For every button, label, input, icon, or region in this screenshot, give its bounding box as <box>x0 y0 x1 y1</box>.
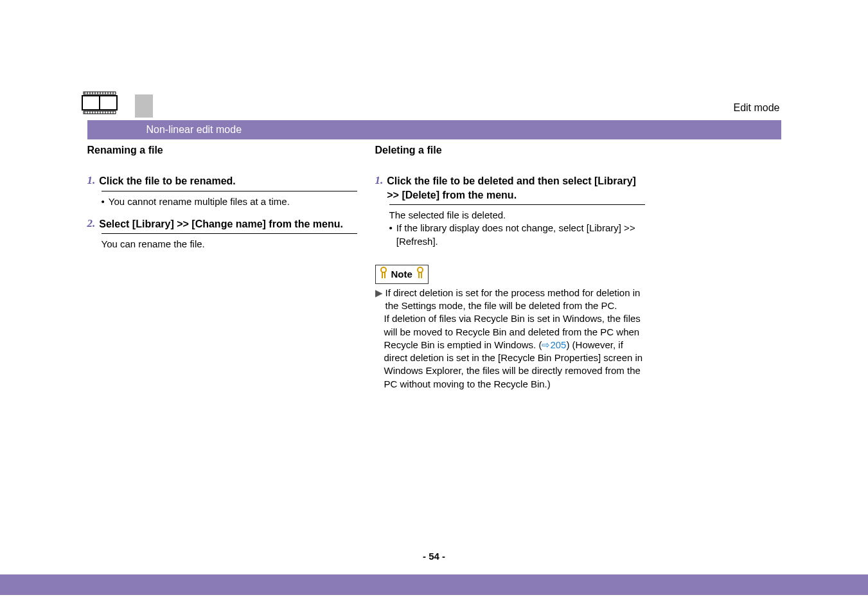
step-number: 1. <box>375 174 384 187</box>
bullet-dot-icon: • <box>102 195 105 208</box>
bullet-text: If the library display does not change, … <box>396 222 645 248</box>
step-result-text: The selected file is deleted. <box>389 209 645 222</box>
subsection-title-deleting: Deleting a file <box>375 145 645 156</box>
step-title: Click the file to be renamed. <box>99 174 236 188</box>
right-column: Deleting a file 1. Click the file to be … <box>375 145 645 391</box>
note-label: Note <box>389 269 415 280</box>
note-paragraph-1: ▶ If direct deletion is set for the proc… <box>375 287 645 313</box>
link-arrow-icon[interactable]: ⇨ <box>542 339 550 350</box>
svg-point-28 <box>381 267 386 272</box>
page-link[interactable]: 205 <box>550 339 566 350</box>
left-column: Renaming a file 1. Click the file to be … <box>87 145 357 391</box>
section-banner: Non-linear edit mode <box>87 120 781 139</box>
step-divider <box>102 233 357 234</box>
note-pin-icon <box>415 267 425 282</box>
step-divider <box>102 191 357 191</box>
note-pin-icon <box>378 267 389 282</box>
page-number: - 54 - <box>0 551 868 562</box>
edit-mode-label: Edit mode <box>733 102 781 118</box>
film-strip-icon <box>81 87 131 118</box>
step-number: 1. <box>87 174 96 187</box>
svg-point-31 <box>418 267 423 272</box>
gray-divider-block <box>135 94 153 118</box>
footer-bar <box>0 574 868 595</box>
step-divider <box>389 204 645 205</box>
note-paragraph-2: If deletion of files via Recycle Bin is … <box>384 312 645 391</box>
bullet-dot-icon: • <box>389 222 393 248</box>
step-bullet: • If the library display does not change… <box>389 222 645 248</box>
subsection-title-renaming: Renaming a file <box>87 145 357 156</box>
bullet-text: You cannot rename multiple files at a ti… <box>109 195 290 208</box>
note-text: If direct deletion is set for the proces… <box>385 287 645 313</box>
note-callout-box: Note <box>375 265 429 284</box>
step-result-text: You can rename the file. <box>102 238 357 251</box>
step-bullet: • You cannot rename multiple files at a … <box>102 195 357 208</box>
step-2-left: 2. Select [Library] >> [Change name] fro… <box>87 217 357 251</box>
step-title: Select [Library] >> [Change name] from t… <box>99 217 343 231</box>
step-title: Click the file to be deleted and then se… <box>387 174 644 202</box>
step-1-left: 1. Click the file to be renamed. • You c… <box>87 174 357 208</box>
step-1-right: 1. Click the file to be deleted and then… <box>375 174 645 248</box>
header-row: Edit mode <box>87 87 781 118</box>
step-number: 2. <box>87 217 96 230</box>
note-arrow-icon: ▶ <box>375 287 383 313</box>
